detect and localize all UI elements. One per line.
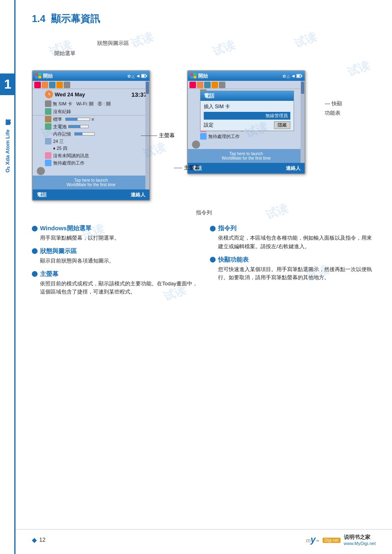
battery-row: 主電池 bbox=[33, 123, 149, 130]
start-button[interactable]: 開始 bbox=[35, 73, 53, 80]
right-phone-titlebar: 開始 ✿△◄ bbox=[188, 71, 305, 81]
right-softkey-right[interactable]: 連絡人 bbox=[286, 165, 301, 172]
right-taskbar-row bbox=[188, 81, 305, 89]
popup-header: 電話 bbox=[200, 91, 294, 101]
right-worldmate-icon bbox=[192, 140, 200, 149]
svg-rect-8 bbox=[190, 73, 193, 76]
right-tasks-row: 無待處理的工作 bbox=[188, 133, 305, 140]
messages-row: 沒有未閱讀的訊息 bbox=[33, 152, 149, 159]
left-descriptions: Windows開始選單 用手寫筆點觸螢幕，以打開選單。 狀態與圖示區 顯示目前狀… bbox=[32, 225, 198, 301]
callouts-area: 開始選單 狀態與圖示區 bbox=[32, 38, 376, 66]
cal-icon bbox=[45, 138, 51, 145]
cal-25-row: ♦ 25 四 bbox=[33, 145, 149, 152]
left-sidebar: 1 O₂ Xda Atom Life使用前須知 bbox=[0, 0, 16, 554]
app-icon-1 bbox=[34, 82, 41, 88]
softkey-right[interactable]: 連絡人 bbox=[131, 191, 145, 198]
right-phone: 開始 ✿△◄ bbox=[187, 70, 305, 174]
desc-command-bar: 指令列 依模式而定，本區域包含各種功能，例如輸入面板以及指令，用來建立或編輯檔案… bbox=[210, 225, 376, 251]
right-worldmate-row bbox=[188, 140, 305, 149]
scrollbar-thumb bbox=[146, 82, 149, 94]
desc-quick-menu-title: 快顯功能表 bbox=[210, 256, 376, 264]
date-text: Wed 24 May bbox=[55, 91, 85, 98]
battery-icon-left bbox=[45, 123, 51, 130]
right-softkeys-row: 電話 連絡人 bbox=[188, 163, 305, 174]
svg-rect-9 bbox=[194, 73, 196, 76]
standard-icon bbox=[45, 116, 51, 122]
desc-status-area-text: 顯示目前狀態與各項通知圖示。 bbox=[32, 257, 198, 265]
signal-bars bbox=[65, 118, 90, 121]
battery-bar bbox=[68, 125, 89, 128]
standard-row: 標準 ≡ bbox=[33, 116, 149, 123]
right-tap-row: Tap here to launch WorldMate for the fir… bbox=[188, 149, 305, 163]
footer: ◆ 12 m y ™ Digi.net 说明书之家 www.MyDigi.net bbox=[16, 529, 392, 546]
sidebar-text: O₂ Xda Atom Life使用前須知 bbox=[0, 94, 16, 208]
record-icon bbox=[45, 108, 51, 115]
svg-rect-0 bbox=[35, 73, 38, 76]
desc-quick-menu: 快顯功能表 您可快速進入某個項目。用手寫筆點選圖示，然後再點一次以便執行。如要取… bbox=[210, 256, 376, 283]
svg-rect-3 bbox=[38, 76, 41, 78]
app-icon-2 bbox=[42, 82, 48, 88]
svg-rect-1 bbox=[38, 73, 41, 76]
desc-main-screen-text: 依照目前的模式或程式，顯示該模式的主要功能。在Today畫面中，這個區域包含了捷… bbox=[32, 280, 198, 297]
desc-main-screen: 主螢幕 依照目前的模式或程式，顯示該模式的主要功能。在Today畫面中，這個區域… bbox=[32, 270, 198, 297]
callout-start-menu: 開始選單 bbox=[54, 50, 76, 57]
desc-windows-start-title: Windows開始選單 bbox=[32, 225, 198, 232]
softkey-left[interactable]: 電話 bbox=[37, 191, 47, 198]
right-app-icon-2 bbox=[197, 82, 203, 88]
chapter-number: 1 bbox=[0, 73, 16, 95]
tasks-row: 無待處理的工作 bbox=[33, 159, 149, 167]
right-battery-icon bbox=[296, 73, 302, 78]
svg-rect-14 bbox=[301, 75, 302, 77]
footer-logo: m y ™ Digi.net 说明书之家 www.MyDigi.net bbox=[306, 534, 376, 546]
bullet-main-screen bbox=[32, 271, 38, 277]
bullet-windows-start bbox=[32, 226, 38, 231]
callout-status-area: 狀態與圖示區 bbox=[97, 40, 129, 47]
right-app-icon-1 bbox=[189, 82, 196, 88]
cal-24-row: 24 三 bbox=[33, 138, 149, 145]
desc-windows-start-text: 用手寫筆點觸螢幕，以打開選單。 bbox=[32, 234, 198, 243]
memory-row: 內存記憶 bbox=[33, 130, 149, 138]
left-phone-wrapper: 開始 ✿△◄ bbox=[32, 70, 150, 201]
svg-rect-2 bbox=[35, 76, 38, 78]
right-start-button[interactable]: 開始 bbox=[190, 73, 208, 80]
left-phone: 開始 ✿△◄ bbox=[32, 70, 150, 201]
diagrams-area: 開始 ✿△◄ bbox=[32, 70, 376, 201]
popup-hide-button[interactable]: 隱藏 bbox=[274, 121, 290, 129]
desc-status-area-title: 狀態與圖示區 bbox=[32, 247, 198, 255]
diagrams-container: 開始 ✿△◄ bbox=[32, 70, 376, 201]
memory-bar bbox=[74, 132, 95, 136]
popup-setting-row: 設定 隱藏 bbox=[204, 121, 290, 129]
right-task-icon bbox=[200, 133, 207, 140]
svg-rect-6 bbox=[146, 75, 147, 77]
no-record-row: 沒有紀錄 bbox=[33, 108, 149, 115]
right-descriptions: 指令列 依模式而定，本區域包含各種功能，例如輸入面板以及指令，用來建立或編輯檔案… bbox=[210, 225, 376, 301]
description-grid: Windows開始選單 用手寫筆點觸螢幕，以打開選單。 狀態與圖示區 顯示目前狀… bbox=[32, 225, 376, 301]
battery-icon bbox=[141, 73, 147, 78]
popup-menu[interactable]: 電話 插入 SIM 卡 無線管理員 設定 隱藏 bbox=[200, 91, 294, 131]
left-phone-titlebar: 開始 ✿△◄ bbox=[33, 71, 149, 81]
task-icon bbox=[45, 160, 51, 166]
logo-text-block: 说明书之家 www.MyDigi.net bbox=[344, 534, 376, 546]
command-bar-label: 指令列 bbox=[196, 209, 212, 216]
titlebar-icons: ✿△◄ bbox=[127, 73, 147, 79]
right-scrollbar[interactable] bbox=[301, 81, 305, 163]
desc-command-bar-title: 指令列 bbox=[210, 225, 376, 232]
popup-wireless[interactable]: 無線管理員 bbox=[204, 112, 290, 120]
worldmate-icon bbox=[37, 167, 45, 175]
right-phone-wrapper: 開始 ✿△◄ bbox=[187, 70, 305, 201]
right-app-icon-3 bbox=[204, 82, 211, 88]
bullet-command-bar bbox=[210, 226, 216, 231]
main-screen-arrow: 主螢幕 bbox=[174, 164, 200, 171]
right-app-icon-5 bbox=[219, 82, 225, 88]
app-icon-4 bbox=[56, 82, 63, 88]
footer-left: ◆ 12 bbox=[32, 536, 46, 544]
section-title: 1.4 顯示幕資訊 bbox=[32, 12, 376, 25]
main-content: 1.4 顯示幕資訊 開始選單 狀態與圖示區 bbox=[16, 0, 392, 314]
desc-main-screen-title: 主螢幕 bbox=[32, 270, 198, 278]
desc-quick-menu-text: 您可快速進入某個項目。用手寫筆點選圖示，然後再點一次以便執行。如要取消，請用手寫… bbox=[210, 265, 376, 283]
right-scrollbar-thumb bbox=[301, 82, 304, 94]
bullet-status-area bbox=[32, 248, 38, 254]
quick-menu-label: — 快顯 功能表 bbox=[325, 99, 342, 118]
right-titlebar-icons: ✿△◄ bbox=[283, 73, 302, 79]
digi-badge: Digi.net bbox=[323, 536, 341, 543]
